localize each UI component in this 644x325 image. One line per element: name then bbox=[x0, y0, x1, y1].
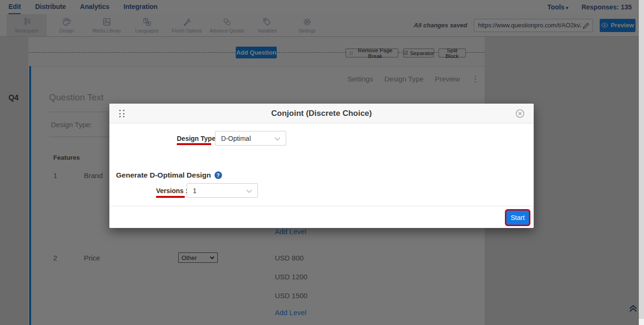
drag-handle-icon[interactable] bbox=[119, 110, 125, 117]
modal-footer bbox=[109, 206, 534, 228]
questionpro-survey-editor: Edit Distribute Analytics Integration To… bbox=[0, 0, 644, 325]
modal-header: Conjoint (Discrete Choice) bbox=[109, 104, 534, 123]
generate-design-heading: Generate D-Optimal Design ? bbox=[116, 171, 222, 179]
chevron-down-icon bbox=[246, 189, 252, 193]
red-highlight-underline bbox=[156, 196, 185, 198]
design-type-dropdown[interactable]: D-Optimal bbox=[215, 131, 286, 146]
scrollbar-corner bbox=[639, 319, 644, 325]
chevron-down-icon bbox=[274, 137, 281, 141]
page-scrollbar[interactable] bbox=[639, 0, 644, 325]
conjoint-modal: Conjoint (Discrete Choice) Design Type D… bbox=[109, 104, 534, 228]
versions-label: Versions : bbox=[156, 187, 188, 195]
modal-design-type-label: Design Type bbox=[177, 135, 215, 142]
modal-title: Conjoint (Discrete Choice) bbox=[109, 104, 534, 123]
start-button[interactable]: Start bbox=[506, 211, 529, 225]
versions-dropdown[interactable]: 1 bbox=[187, 183, 258, 198]
close-icon[interactable] bbox=[515, 109, 525, 118]
help-icon[interactable]: ? bbox=[215, 171, 222, 179]
red-highlight-underline bbox=[177, 143, 211, 145]
